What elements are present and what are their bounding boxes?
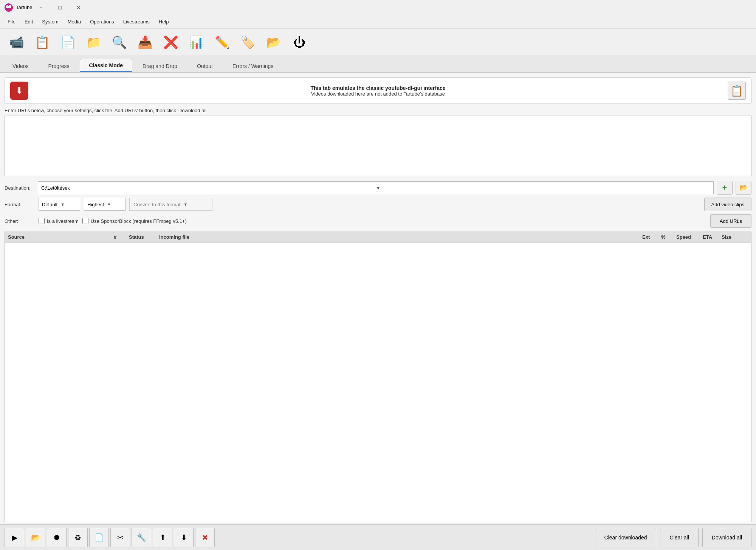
menu-help[interactable]: Help bbox=[154, 17, 174, 26]
menu-operations[interactable]: Operations bbox=[85, 17, 119, 26]
tab-videos[interactable]: Videos bbox=[3, 60, 38, 72]
wrench-icon: 🔧 bbox=[137, 533, 146, 542]
maximize-button[interactable]: □ bbox=[51, 2, 68, 13]
camera-icon: 📹 bbox=[9, 36, 24, 48]
table-header: Source # Status Incoming file Ext % Spee… bbox=[5, 232, 751, 243]
convert-format-dropdown[interactable]: Convert to this format ▼ bbox=[129, 198, 212, 211]
main-area: Videos Progress Classic Mode Drag and Dr… bbox=[0, 56, 756, 550]
menu-file[interactable]: File bbox=[3, 17, 20, 26]
livestream-checkbox-wrap[interactable]: Is a livestream bbox=[39, 218, 79, 224]
sponsorblock-checkbox[interactable] bbox=[82, 218, 88, 224]
format-default-dropdown[interactable]: Default ▼ bbox=[39, 198, 80, 211]
folder-toolbar-btn[interactable]: 📁 bbox=[82, 31, 106, 54]
list-icon: 📋 bbox=[35, 36, 50, 48]
add-video-clips-button[interactable]: Add video clips bbox=[704, 198, 751, 211]
stop-toolbar-btn[interactable]: ❌ bbox=[159, 31, 183, 54]
x-icon: ✖ bbox=[202, 533, 208, 542]
format-quality-value: Highest bbox=[87, 202, 104, 207]
folder2-toolbar-btn[interactable]: 📂 bbox=[262, 31, 286, 54]
menu-edit[interactable]: Edit bbox=[20, 17, 37, 26]
add-urls-button[interactable]: Add URLs bbox=[710, 214, 751, 228]
delete-bottom-btn[interactable]: ✖ bbox=[195, 528, 215, 547]
download-icon: 📥 bbox=[138, 36, 153, 48]
other-label: Other: bbox=[5, 218, 35, 224]
search-toolbar-btn[interactable]: 🔍 bbox=[107, 31, 132, 54]
classic-mode-content: This tab emulates the classic youtube-dl… bbox=[0, 73, 756, 524]
menu-system[interactable]: System bbox=[37, 17, 63, 26]
app-icon bbox=[5, 3, 13, 12]
destination-dropdown[interactable]: C:\Letöltések ▼ bbox=[38, 181, 714, 194]
titlebar: Tartube − □ ✕ bbox=[0, 0, 756, 15]
toolbar: 📹 📋 📄 📁 🔍 📥 ❌ 📊 ✏️ 🏷️ 📂 ⏻ bbox=[0, 29, 756, 56]
format-row: Format: Default ▼ Highest ▼ Convert to t… bbox=[5, 198, 751, 211]
page-icon: 📄 bbox=[60, 36, 76, 48]
menu-livestreams[interactable]: Livestreams bbox=[119, 17, 154, 26]
minimize-button[interactable]: − bbox=[32, 2, 50, 13]
list-toolbar-btn[interactable]: 📋 bbox=[30, 31, 54, 54]
instruction-text: Enter URLs below, choose your settings, … bbox=[5, 108, 751, 113]
edit-icon: ✏️ bbox=[215, 36, 230, 48]
livestream-checkbox[interactable] bbox=[39, 218, 45, 224]
col-header-incoming: Incoming file bbox=[159, 234, 642, 240]
download-all-button[interactable]: Download all bbox=[702, 528, 751, 547]
record-bottom-btn[interactable]: ⏺ bbox=[47, 528, 67, 547]
open-folder-bottom-btn[interactable]: 📂 bbox=[26, 528, 45, 547]
power-toolbar-btn[interactable]: ⏻ bbox=[287, 31, 311, 54]
scissors-icon: ✂ bbox=[117, 533, 124, 542]
download-bottom-btn[interactable]: ⬇ bbox=[174, 528, 194, 547]
edit-toolbar-btn[interactable]: ✏️ bbox=[210, 31, 234, 54]
format-default-value: Default bbox=[42, 202, 57, 207]
tab-progress[interactable]: Progress bbox=[39, 60, 79, 72]
table-body bbox=[5, 243, 751, 522]
folder-icon: 📁 bbox=[86, 36, 101, 48]
add-destination-button[interactable]: + bbox=[717, 181, 733, 195]
scissors-bottom-btn[interactable]: ✂ bbox=[110, 528, 130, 547]
url-input-area bbox=[5, 116, 751, 177]
clear-downloaded-button[interactable]: Clear downloaded bbox=[595, 528, 657, 547]
tag-toolbar-btn[interactable]: 🏷️ bbox=[236, 31, 260, 54]
sponsorblock-checkbox-wrap[interactable]: Use SponsorBlock (requires FFmpeg v5.1+) bbox=[82, 218, 187, 224]
menu-media[interactable]: Media bbox=[63, 17, 85, 26]
doc-bottom-btn[interactable]: 📄 bbox=[89, 528, 109, 547]
wrench-bottom-btn[interactable]: 🔧 bbox=[132, 528, 151, 547]
clear-all-button[interactable]: Clear all bbox=[660, 528, 698, 547]
col-header-ext: Ext bbox=[642, 234, 661, 240]
folder-open-icon: 📂 bbox=[31, 533, 40, 542]
page-toolbar-btn[interactable]: 📄 bbox=[56, 31, 80, 54]
col-header-hash: # bbox=[114, 234, 129, 240]
col-header-eta: ETA bbox=[703, 234, 722, 240]
format-label: Format: bbox=[5, 202, 35, 207]
banner-text: This tab emulates the classic youtube-dl… bbox=[34, 85, 722, 97]
close-button[interactable]: ✕ bbox=[70, 2, 87, 13]
record-icon: ⏺ bbox=[53, 533, 60, 542]
banner-icon bbox=[10, 82, 28, 100]
download-toolbar-btn[interactable]: 📥 bbox=[133, 31, 157, 54]
doc-button[interactable]: 📋 bbox=[728, 82, 746, 100]
tab-drag-and-drop[interactable]: Drag and Drop bbox=[133, 60, 187, 72]
grid-toolbar-btn[interactable]: 📊 bbox=[184, 31, 209, 54]
open-destination-button[interactable]: 📂 bbox=[736, 181, 751, 195]
sponsorblock-label: Use SponsorBlock (requires FFmpeg v5.1+) bbox=[91, 218, 187, 224]
recycle-bottom-btn[interactable]: ♻ bbox=[68, 528, 88, 547]
tab-bar: Videos Progress Classic Mode Drag and Dr… bbox=[0, 56, 756, 73]
upload-bottom-btn[interactable]: ⬆ bbox=[153, 528, 172, 547]
convert-arrow-icon: ▼ bbox=[183, 202, 187, 207]
col-header-pct: % bbox=[661, 234, 676, 240]
url-textarea[interactable] bbox=[5, 116, 751, 176]
destination-label: Destination: bbox=[5, 185, 35, 191]
record-toolbar-btn[interactable]: 📹 bbox=[5, 31, 29, 54]
tab-classic-mode[interactable]: Classic Mode bbox=[80, 59, 132, 72]
window-controls: − □ ✕ bbox=[32, 2, 87, 13]
tab-errors-warnings[interactable]: Errors / Warnings bbox=[223, 60, 283, 72]
document-icon: 📄 bbox=[94, 533, 104, 542]
banner-line2: Videos downloaded here are not added to … bbox=[34, 91, 722, 97]
convert-format-value: Convert to this format bbox=[133, 202, 180, 207]
play-bottom-btn[interactable]: ▶ bbox=[5, 528, 24, 547]
format-quality-dropdown[interactable]: Highest ▼ bbox=[84, 198, 125, 211]
search-icon: 🔍 bbox=[112, 36, 127, 48]
tab-output[interactable]: Output bbox=[187, 60, 222, 72]
upload-icon: ⬆ bbox=[160, 533, 166, 542]
other-row: Other: Is a livestream Use SponsorBlock … bbox=[5, 214, 751, 228]
stop-icon: ❌ bbox=[163, 36, 178, 48]
col-header-source: Source bbox=[8, 234, 114, 240]
